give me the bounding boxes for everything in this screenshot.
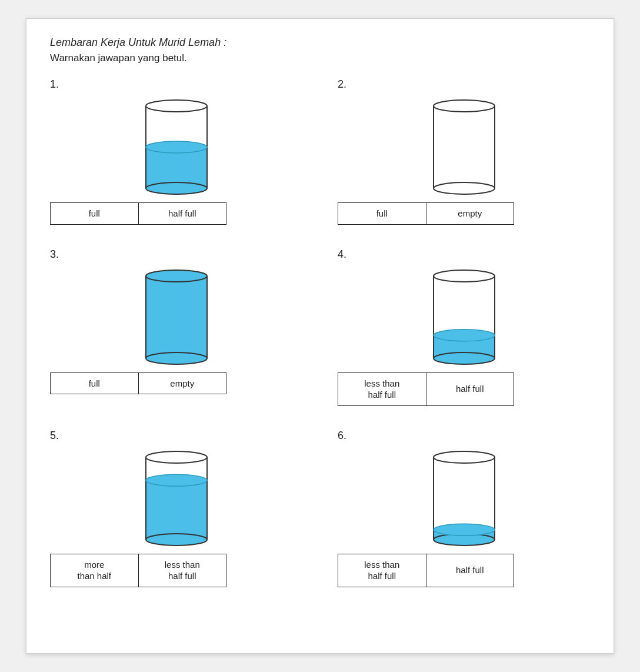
- svg-point-6: [146, 100, 207, 112]
- answer-box-4-1[interactable]: less than half full: [338, 373, 426, 405]
- svg-point-42: [434, 524, 495, 535]
- svg-point-25: [434, 270, 495, 282]
- svg-point-26: [434, 329, 495, 341]
- answer-box-3-1[interactable]: full: [51, 373, 139, 394]
- item-number-6: 6.: [338, 430, 346, 442]
- answer-box-1-2[interactable]: half full: [139, 203, 226, 224]
- cup-area-1: [50, 95, 302, 195]
- item-number-5: 5.: [50, 430, 59, 442]
- cup-area-5: [50, 447, 302, 547]
- svg-point-10: [434, 182, 495, 194]
- svg-rect-27: [146, 480, 207, 540]
- answer-row-6[interactable]: less than half fullhalf full: [338, 554, 514, 587]
- answer-box-2-1[interactable]: full: [338, 203, 426, 224]
- answer-box-1-1[interactable]: full: [51, 203, 139, 224]
- answer-row-5[interactable]: more than halfless than half full: [50, 554, 226, 587]
- svg-point-41: [434, 451, 495, 463]
- item-number-1: 1.: [50, 78, 59, 91]
- items-grid: 1.fullhalf full2.fullempty3.fullempty4.l…: [50, 78, 590, 587]
- answer-box-6-2[interactable]: half full: [426, 554, 514, 587]
- item-number-2: 2.: [338, 78, 346, 91]
- svg-point-7: [146, 141, 207, 153]
- svg-point-33: [146, 451, 207, 463]
- item-number-3: 3.: [50, 248, 59, 261]
- answer-box-2-2[interactable]: empty: [426, 203, 514, 224]
- svg-rect-12: [146, 276, 207, 358]
- answer-box-6-1[interactable]: less than half full: [338, 554, 426, 587]
- item-5: 5.more than halfless than half full: [50, 430, 302, 587]
- page-title: Lembaran Kerja Untuk Murid Lemah :: [50, 36, 590, 49]
- cup-area-6: [338, 447, 590, 547]
- item-4: 4.less than half fullhalf full: [338, 248, 590, 406]
- item-1: 1.fullhalf full: [50, 78, 302, 225]
- item-2: 2.fullempty: [338, 78, 590, 225]
- cup-area-2: [338, 95, 590, 195]
- answer-box-5-2[interactable]: less than half full: [139, 554, 226, 587]
- svg-point-11: [434, 100, 495, 112]
- item-6: 6.less than half fullhalf full: [338, 430, 590, 587]
- cup-area-3: [50, 265, 302, 365]
- worksheet-page: Lembaran Kerja Untuk Murid Lemah : Warna…: [26, 18, 614, 654]
- item-number-4: 4.: [338, 248, 346, 261]
- answer-row-1[interactable]: fullhalf full: [50, 202, 226, 225]
- answer-box-4-2[interactable]: half full: [426, 373, 514, 405]
- cup-area-4: [338, 265, 590, 365]
- answer-box-3-2[interactable]: empty: [139, 373, 226, 394]
- answer-box-5-1[interactable]: more than half: [51, 554, 139, 587]
- answer-row-2[interactable]: fullempty: [338, 202, 514, 225]
- item-3: 3.fullempty: [50, 248, 302, 406]
- answer-row-4[interactable]: less than half fullhalf full: [338, 372, 514, 406]
- answer-row-3[interactable]: fullempty: [50, 372, 226, 395]
- svg-point-34: [146, 474, 207, 486]
- page-subtitle: Warnakan jawapan yang betul.: [50, 52, 590, 64]
